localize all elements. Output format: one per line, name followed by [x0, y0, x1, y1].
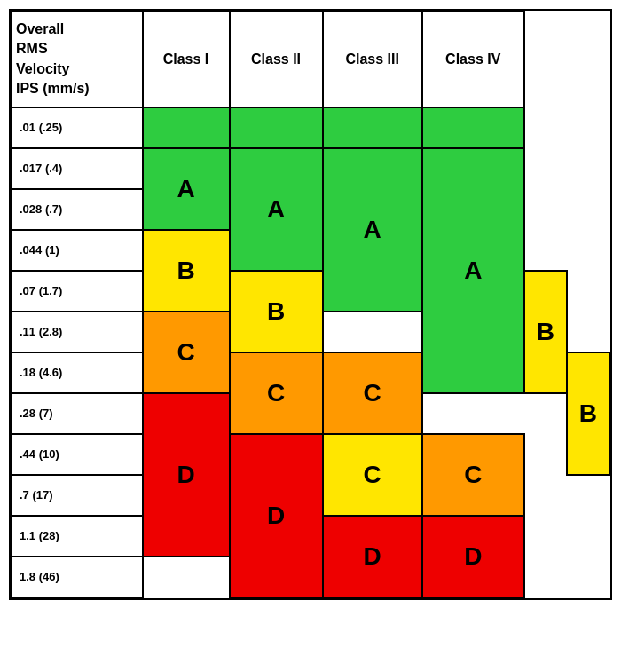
class4-header: Class IV [422, 12, 524, 107]
class3-header: Class III [323, 12, 422, 107]
row-label: .11 (2.8) [12, 312, 143, 352]
cell-c2-r1 [230, 107, 323, 148]
row-label: .01 (.25) [12, 107, 143, 148]
cell-c3-r1 [323, 107, 422, 148]
cell-c3-r2: A [323, 148, 422, 312]
row-label: .044 (1) [12, 230, 143, 271]
cell-c1-r4: B [143, 230, 230, 312]
row-label: .44 (10) [12, 434, 143, 475]
cell-c1-r6: C [143, 312, 230, 393]
cell-c4-r2: A [422, 148, 524, 393]
row-label: .28 (7) [12, 393, 143, 434]
cell-c3-r11: D [323, 516, 422, 597]
cell-c3-r7: C [323, 352, 422, 434]
vibration-chart: OverallRMSVelocityIPS (mm/s) Class I Cla… [9, 9, 612, 600]
cell-c3-r9: C [323, 434, 422, 516]
cell-c2-r7: C [230, 352, 323, 434]
row-label: .028 (.7) [12, 189, 143, 230]
cell-c3-r5: B [524, 271, 567, 393]
row-label: .18 (4.6) [12, 352, 143, 393]
cell-c4-r1 [422, 107, 524, 148]
cell-c4-r7: B [567, 352, 609, 475]
row-label: .7 (17) [12, 475, 143, 516]
row-label: 1.8 (46) [12, 557, 143, 597]
cell-c1-r8: D [143, 393, 230, 557]
class2-header: Class II [230, 12, 323, 107]
velocity-header: OverallRMSVelocityIPS (mm/s) [12, 12, 143, 107]
cell-c4-r9: C [422, 434, 524, 516]
row-label: .017 (.4) [12, 148, 143, 189]
cell-c2-r2: A [230, 148, 323, 271]
cell-c1-r2: A [143, 148, 230, 230]
cell-c2-r5: B [230, 271, 323, 352]
cell-c2-r9: D [230, 434, 323, 597]
row-label: 1.1 (28) [12, 516, 143, 557]
row-label: .07 (1.7) [12, 271, 143, 312]
class1-header: Class I [143, 12, 230, 107]
cell-c4-r11: D [422, 516, 524, 597]
cell-c1-r1 [143, 107, 230, 148]
